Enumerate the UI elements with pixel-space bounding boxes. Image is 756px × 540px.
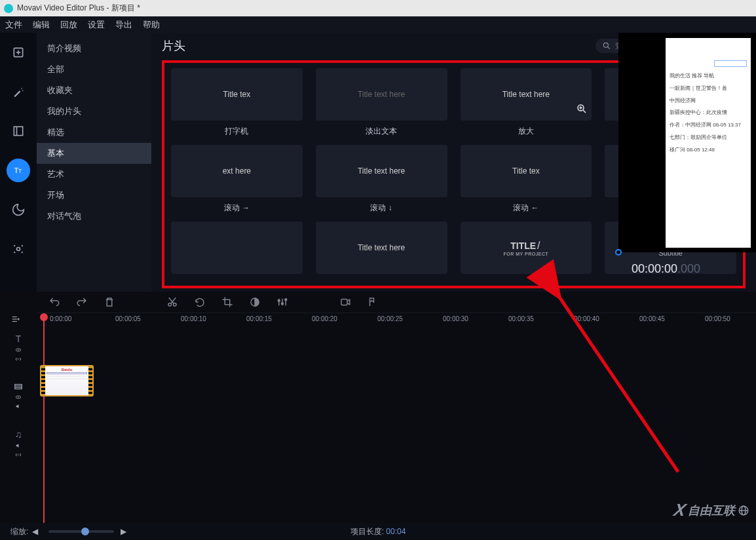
window-titlebar: Movavi Video Editor Plus - 新项目 *: [0, 0, 756, 16]
zoom-out-icon[interactable]: ◀: [32, 527, 38, 536]
title-preset[interactable]: TITLE/FOR MY PROJECT: [461, 222, 592, 274]
redo-icon[interactable]: [76, 296, 88, 308]
svg-point-34: [18, 349, 19, 351]
stickers-icon[interactable]: [7, 198, 30, 222]
title-preset[interactable]: Title text here: [461, 68, 592, 121]
ruler-tick: 00:00:15: [246, 315, 272, 322]
ruler-tick: 0:00:00: [50, 315, 71, 322]
svg-text:T: T: [18, 168, 22, 174]
preview-panel: 我的生活 推荐 导航一眼新闻｜世卫警告！首中国经济网新疆疾控中心：此次疫情作者：…: [618, 33, 756, 252]
sidebar-item-my[interactable]: 我的片头: [37, 101, 151, 122]
app-logo-icon: [4, 4, 13, 13]
search-icon: [602, 41, 611, 50]
title-preset[interactable]: Title tex: [461, 145, 592, 197]
ruler-tick: 00:00:10: [181, 315, 206, 322]
title-preset[interactable]: ext here: [171, 145, 303, 197]
globe-icon: [738, 505, 749, 516]
title-preset-label: 滚动 →: [224, 202, 250, 214]
status-bar: 缩放: ◀ ▶ 项目长度: 00:04: [0, 523, 756, 540]
title-preset-label: 滚动 ←: [513, 202, 539, 214]
adjust-icon[interactable]: [276, 296, 288, 308]
speaker-icon[interactable]: [14, 403, 22, 410]
preview-marker-icon: [615, 249, 622, 256]
ruler-tick: 00:00:05: [115, 315, 141, 322]
crop-icon[interactable]: [221, 296, 233, 308]
sidebar-item-fav[interactable]: 收藏夹: [37, 80, 151, 101]
watermark: X自由互联: [674, 500, 749, 520]
titles-icon[interactable]: TT: [7, 159, 30, 182]
svg-line-15: [584, 110, 586, 113]
ruler-tick: 00:00:25: [377, 315, 403, 322]
timecode: 00:00:00.000: [632, 261, 700, 276]
menu-help[interactable]: 帮助: [143, 19, 160, 31]
menu-export[interactable]: 导出: [115, 19, 132, 31]
color-icon[interactable]: [249, 296, 261, 308]
sidebar-item-featured[interactable]: 精选: [37, 122, 151, 143]
svg-point-26: [285, 299, 287, 301]
sidebar-item-art[interactable]: 艺术: [37, 164, 151, 185]
svg-rect-27: [341, 299, 347, 305]
menu-file[interactable]: 文件: [5, 19, 22, 31]
link-icon[interactable]: [14, 452, 22, 458]
magnify-icon[interactable]: [576, 103, 588, 117]
preview-frame: 我的生活 推荐 导航一眼新闻｜世卫警告！首中国经济网新疆疾控中心：此次疫情作者：…: [666, 38, 751, 248]
ruler-tick: 00:00:35: [508, 315, 534, 322]
marker-icon[interactable]: [367, 296, 379, 308]
title-preset[interactable]: Title text here: [316, 145, 447, 197]
tools-icon[interactable]: [7, 237, 30, 261]
transitions-icon[interactable]: [7, 119, 30, 143]
timeline-toolbar: [0, 292, 756, 313]
eye-icon[interactable]: [14, 347, 22, 353]
window-title: Movavi Video Editor Plus - 新项目 *: [17, 3, 140, 14]
zoom-slider[interactable]: [48, 530, 114, 533]
eye-icon[interactable]: [14, 394, 22, 400]
tracks-area[interactable]: Baidu: [37, 327, 756, 511]
sidebar-item-intro[interactable]: 简介视频: [37, 38, 151, 59]
title-preset[interactable]: [171, 222, 303, 274]
svg-line-11: [608, 47, 610, 49]
title-preset-label: 放大: [518, 126, 534, 137]
ruler-tick: 00:00:45: [639, 315, 665, 322]
duration-label: 项目长度:: [350, 527, 384, 536]
link-icon[interactable]: [14, 356, 22, 362]
title-preset[interactable]: Title text here: [316, 68, 447, 121]
title-preset-label: 淡出文本: [366, 126, 397, 137]
svg-point-25: [282, 303, 284, 305]
browser-title: 片头: [162, 38, 185, 54]
ruler-tick: 00:00:50: [705, 315, 730, 322]
sidebar-item-bubble[interactable]: 对话气泡: [37, 206, 151, 227]
menu-playback[interactable]: 回放: [60, 19, 77, 31]
record-icon[interactable]: [339, 296, 351, 308]
svg-point-24: [278, 299, 280, 301]
zoom-label: 缩放:: [10, 526, 28, 537]
tool-strip: TT: [0, 33, 37, 292]
video-track-icon: [13, 382, 24, 391]
add-track-icon[interactable]: [10, 315, 21, 325]
rotate-icon[interactable]: [194, 296, 206, 308]
title-preset-label: 打字机: [225, 126, 248, 137]
track-audio: ♫: [14, 429, 22, 458]
zoom-in-icon[interactable]: ▶: [121, 527, 126, 536]
menu-settings[interactable]: 设置: [88, 19, 105, 31]
menu-edit[interactable]: 编辑: [33, 19, 50, 31]
undo-icon[interactable]: [48, 296, 60, 308]
sidebar-item-open[interactable]: 开场: [37, 185, 151, 206]
ruler-tick: 00:00:20: [312, 315, 337, 322]
sidebar-item-all[interactable]: 全部: [37, 59, 151, 80]
menu-bar: 文件 编辑 回放 设置 导出 帮助: [0, 16, 756, 33]
timeline-ruler[interactable]: 0:00:0000:00:0500:00:1000:00:1500:00:200…: [37, 313, 756, 327]
duration-value: 00:04: [386, 527, 406, 536]
title-preset[interactable]: Title tex: [171, 68, 303, 121]
trash-icon[interactable]: [104, 296, 115, 308]
svg-point-10: [603, 43, 608, 47]
title-preset-label: 滚动 ↓: [370, 202, 392, 214]
svg-point-4: [22, 90, 24, 92]
track-video: [13, 382, 24, 410]
cut-icon[interactable]: [166, 296, 178, 308]
title-preset[interactable]: Title text here: [316, 222, 447, 274]
speaker-icon[interactable]: [14, 442, 22, 449]
sidebar-item-basic[interactable]: 基本: [37, 143, 151, 164]
magic-wand-icon[interactable]: [7, 80, 30, 104]
import-icon[interactable]: [7, 41, 30, 64]
video-clip[interactable]: Baidu: [40, 365, 94, 396]
